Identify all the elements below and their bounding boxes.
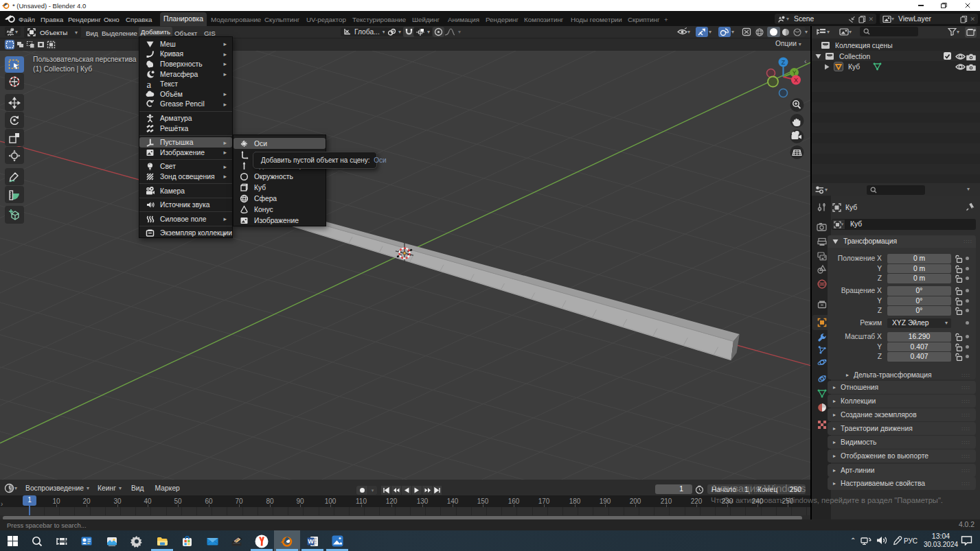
svg-text:a: a [147, 80, 152, 89]
svg-text:Z: Z [782, 59, 786, 66]
svg-text:X: X [794, 77, 798, 84]
svg-text:Y: Y [793, 69, 797, 76]
svg-text:W: W [308, 538, 314, 545]
